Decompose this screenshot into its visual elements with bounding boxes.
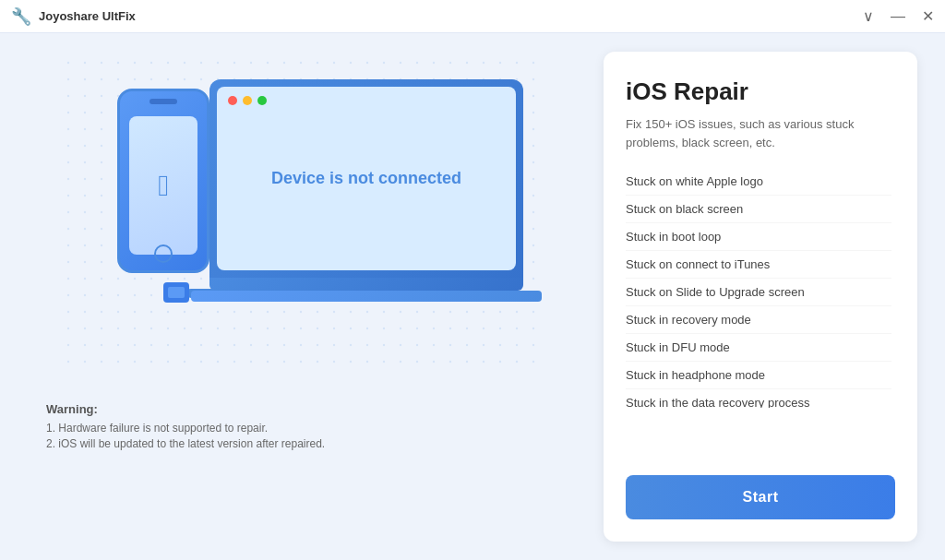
main-content:  Device is not connected xyxy=(0,33,945,560)
minimize-icon[interactable]: — xyxy=(891,8,905,25)
laptop-base xyxy=(209,278,523,291)
issues-scroll[interactable]: Stuck on white Apple logoStuck on black … xyxy=(626,168,895,408)
device-illustration:  Device is not connected xyxy=(66,61,546,375)
issue-item: Stuck on white Apple logo xyxy=(626,168,891,196)
dot-yellow xyxy=(243,96,252,105)
warning-item-2: 2. iOS will be updated to the latest ver… xyxy=(46,437,325,450)
laptop-device: Device is not connected xyxy=(209,79,523,310)
warning-item-1: 1. Hardware failure is not supported to … xyxy=(46,422,325,435)
app-logo-icon: 🔧 xyxy=(11,6,31,27)
phone-home-button xyxy=(154,244,173,263)
warning-section: Warning: 1. Hardware failure is not supp… xyxy=(28,393,343,462)
dot-green xyxy=(257,96,267,105)
issue-item: Stuck in the data recovery process xyxy=(626,389,891,408)
issue-item: Stuck in headphone mode xyxy=(626,362,891,389)
issues-list: Stuck on white Apple logoStuck on black … xyxy=(626,168,895,457)
issue-item: Stuck in boot loop xyxy=(626,223,891,251)
phone-screen:  xyxy=(129,116,197,255)
panel-title: iOS Repair xyxy=(626,77,895,106)
screen-traffic-lights xyxy=(228,96,267,105)
issue-item: Stuck in DFU mode xyxy=(626,334,891,362)
warning-title: Warning: xyxy=(46,402,325,416)
chevron-down-icon[interactable]: ∨ xyxy=(863,7,874,25)
close-icon[interactable]: ✕ xyxy=(922,7,934,25)
issue-item: Stuck on Slide to Upgrade screen xyxy=(626,279,891,306)
panel-description: Fix 150+ iOS issues, such as various stu… xyxy=(626,115,895,151)
svg-rect-4 xyxy=(168,287,185,298)
screen-message: Device is not connected xyxy=(271,169,461,188)
laptop-bottom xyxy=(191,291,542,302)
laptop-screen: Device is not connected xyxy=(217,87,516,270)
apple-logo-icon:  xyxy=(158,169,169,203)
laptop-screen-container: Device is not connected xyxy=(209,79,523,278)
issue-item: Stuck on black screen xyxy=(626,196,891,223)
titlebar-controls: ∨ — ✕ xyxy=(863,7,934,25)
issue-item: Stuck on connect to iTunes xyxy=(626,251,891,279)
right-panel: iOS Repair Fix 150+ iOS issues, such as … xyxy=(604,52,917,542)
titlebar: 🔧 Joyoshare UltFix ∨ — ✕ xyxy=(0,0,945,33)
app-title: Joyoshare UltFix xyxy=(39,9,136,23)
phone-notch xyxy=(150,99,177,104)
titlebar-left: 🔧 Joyoshare UltFix xyxy=(11,6,136,27)
left-panel:  Device is not connected xyxy=(28,52,585,542)
dot-red xyxy=(228,96,237,105)
phone-device:  xyxy=(117,89,209,273)
start-button[interactable]: Start xyxy=(626,475,895,519)
issue-item: Stuck in recovery mode xyxy=(626,306,891,334)
